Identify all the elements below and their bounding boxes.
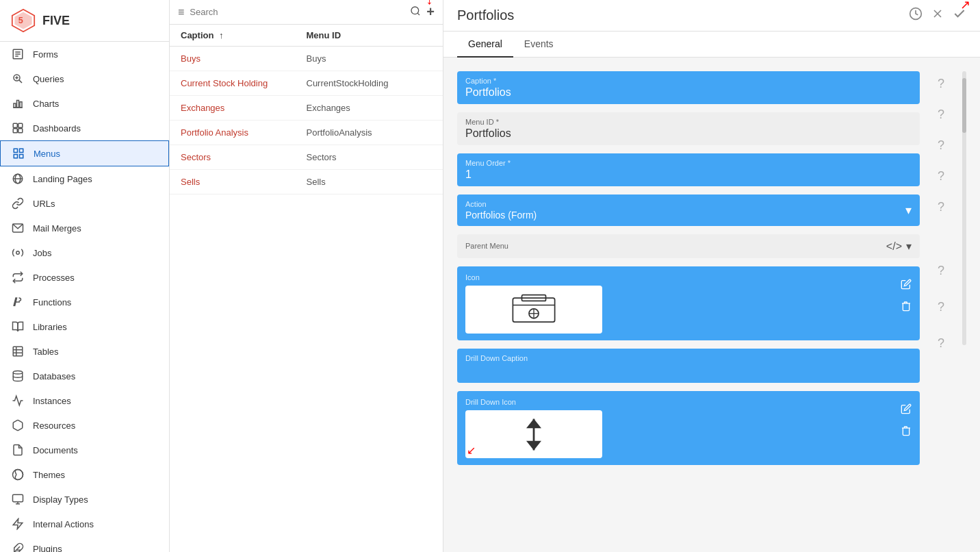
- sidebar-item-label: Mail Merges: [33, 223, 81, 234]
- parent-menu-actions: </> ▾: [886, 240, 912, 253]
- drill-icon-delete-button[interactable]: [901, 425, 912, 439]
- sidebar-item-charts[interactable]: Charts: [0, 91, 169, 116]
- form-area: Caption * Portfolios Menu ID * Portfolio…: [457, 71, 920, 538]
- sidebar-item-urls[interactable]: URLs: [0, 191, 169, 216]
- save-button[interactable]: [953, 7, 966, 24]
- save-button-wrapper: ↗: [953, 7, 966, 24]
- menu-id-help-button[interactable]: ?: [931, 108, 951, 122]
- action-field[interactable]: Action Portfolios (Form) ▾: [457, 195, 920, 226]
- header-actions: ↗: [909, 7, 966, 24]
- drill-icon-help-button[interactable]: ?: [931, 336, 951, 351]
- middle-panel: ≡ + ↓ Caption ↑ Menu ID Buys Buys Curren…: [170, 0, 443, 552]
- sidebar-item-plugins[interactable]: Plugins: [0, 536, 169, 552]
- tab-general[interactable]: General: [457, 32, 513, 58]
- search-input[interactable]: [190, 7, 404, 17]
- menu-order-field[interactable]: Menu Order * 1: [457, 153, 920, 186]
- sidebar-item-resources[interactable]: Resources: [0, 413, 169, 438]
- sidebar-item-dashboards[interactable]: Dashboards: [0, 116, 169, 140]
- sidebar-item-databases[interactable]: Databases: [0, 364, 169, 388]
- table-row[interactable]: Sells Sells: [170, 170, 443, 195]
- row-menu-id: PortfolioAnalysis: [307, 127, 433, 138]
- search-button[interactable]: [410, 5, 421, 19]
- svg-line-8: [19, 80, 22, 83]
- svg-text:5: 5: [18, 16, 23, 25]
- jobs-icon: [11, 246, 25, 260]
- icon-help-button[interactable]: ?: [931, 264, 951, 278]
- plugins-icon: [11, 542, 25, 552]
- add-button[interactable]: +: [426, 4, 435, 20]
- landing-pages-icon: [11, 172, 25, 186]
- scrollbar-thumb[interactable]: [962, 78, 966, 133]
- table-row[interactable]: Buys Buys: [170, 47, 443, 71]
- drill-caption-help-button[interactable]: ?: [931, 300, 951, 314]
- row-caption: Sectors: [181, 152, 307, 162]
- action-help-button[interactable]: ?: [931, 169, 951, 184]
- sidebar-item-tables[interactable]: Tables: [0, 339, 169, 364]
- row-menu-id: Sectors: [307, 152, 433, 162]
- action-label: Action: [465, 200, 905, 208]
- svg-rect-17: [13, 129, 17, 133]
- table-row[interactable]: Exchanges Exchanges: [170, 96, 443, 121]
- action-field-group: Action Portfolios (Form) ▾: [457, 195, 920, 226]
- table-row[interactable]: Portfolio Analysis PortfolioAnalysis: [170, 121, 443, 145]
- sidebar-item-queries[interactable]: Queries: [0, 66, 169, 91]
- svg-marker-37: [13, 519, 23, 529]
- caption-field[interactable]: Caption * Portfolios: [457, 71, 920, 104]
- tab-events[interactable]: Events: [513, 32, 565, 58]
- drill-icon-edit-button[interactable]: [901, 403, 912, 417]
- sort-icon: ↑: [219, 30, 224, 40]
- scrollbar-track[interactable]: [962, 71, 966, 345]
- caption-help-button[interactable]: ?: [931, 77, 951, 91]
- sidebar-item-label: Instances: [33, 396, 71, 406]
- table-header: Caption ↑ Menu ID: [170, 25, 443, 47]
- svg-point-32: [13, 371, 23, 375]
- menuid-column-header: Menu ID: [307, 30, 433, 40]
- close-button[interactable]: [931, 7, 944, 24]
- drill-down-icon-graphic: [520, 416, 547, 453]
- sidebar-item-libraries[interactable]: Libraries: [0, 314, 169, 339]
- icon-delete-button[interactable]: [901, 301, 912, 314]
- table-row[interactable]: Current Stock Holding CurrentStockHoldin…: [170, 71, 443, 96]
- instances-icon: [11, 394, 25, 407]
- table-row[interactable]: Sectors Sectors: [170, 145, 443, 170]
- parent-menu-code-icon[interactable]: </>: [886, 240, 902, 253]
- svg-rect-20: [20, 149, 23, 152]
- sidebar-item-forms[interactable]: Forms: [0, 42, 169, 66]
- row-caption: Sells: [181, 177, 307, 187]
- sidebar-item-instances[interactable]: Instances: [0, 388, 169, 413]
- drill-icon-actions: [901, 398, 912, 439]
- menu-order-label: Menu Order *: [465, 159, 912, 167]
- sidebar-item-internal-actions[interactable]: Internal Actions: [0, 512, 169, 536]
- icon-field-group: Icon: [457, 266, 920, 340]
- sidebar-item-mail-merges[interactable]: Mail Merges: [0, 216, 169, 240]
- sidebar-item-display-types[interactable]: Display Types: [0, 487, 169, 512]
- menu-id-field[interactable]: Menu ID * Portfolios: [457, 112, 920, 145]
- sidebar-item-jobs[interactable]: Jobs: [0, 240, 169, 265]
- parent-menu-field[interactable]: Parent Menu </> ▾: [457, 234, 920, 258]
- row-menu-id: Buys: [307, 53, 433, 64]
- icon-edit-button[interactable]: [901, 279, 912, 292]
- sidebar-item-documents[interactable]: Documents: [0, 438, 169, 462]
- sidebar-item-label: Functions: [33, 297, 71, 308]
- row-menu-id: Exchanges: [307, 103, 433, 113]
- menus-icon: [12, 147, 25, 160]
- sidebar-item-themes[interactable]: Themes: [0, 462, 169, 487]
- sidebar-item-menus[interactable]: Menus: [0, 140, 169, 166]
- row-menu-id: CurrentStockHolding: [307, 78, 433, 88]
- drill-down-caption-field[interactable]: Drill Down Caption: [457, 349, 920, 383]
- sidebar-item-label: Themes: [33, 470, 65, 480]
- drill-down-caption-field-group: Drill Down Caption: [457, 349, 920, 383]
- svg-rect-22: [20, 155, 23, 158]
- parent-menu-dropdown-arrow[interactable]: ▾: [906, 240, 912, 253]
- svg-rect-14: [20, 102, 22, 108]
- svg-rect-13: [17, 101, 19, 108]
- parent-menu-help-button[interactable]: ?: [931, 200, 951, 214]
- drill-down-icon-label: Drill Down Icon: [465, 398, 894, 406]
- history-button[interactable]: [909, 7, 923, 24]
- menu-order-help-button[interactable]: ?: [931, 138, 951, 153]
- sidebar-item-functions[interactable]: Functions: [0, 290, 169, 314]
- menu-id-label: Menu ID *: [465, 118, 912, 126]
- urls-icon: [11, 197, 25, 210]
- sidebar-item-processes[interactable]: Processes: [0, 265, 169, 290]
- sidebar-item-landing-pages[interactable]: Landing Pages: [0, 166, 169, 191]
